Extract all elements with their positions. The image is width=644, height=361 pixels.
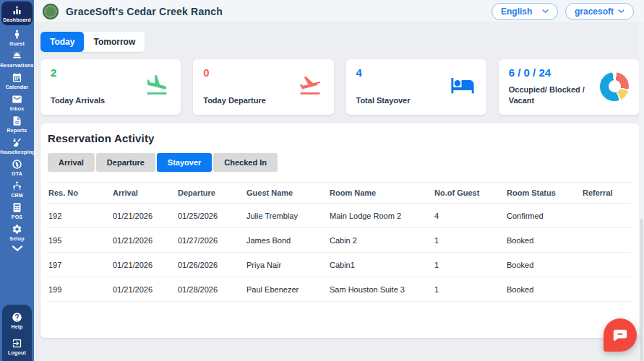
stat-value: 2 — [51, 66, 105, 79]
table-row[interactable]: 19201/21/202601/25/2026Julie TremblayMai… — [48, 204, 632, 228]
sidebar-item-label: Housekeeping — [0, 149, 35, 155]
stat-card-today-departure[interactable]: 0Today Departure — [193, 59, 333, 115]
table-row[interactable]: 19501/21/202601/27/2026James BondCabin 2… — [48, 228, 632, 253]
stat-label: Total Stayover — [356, 95, 411, 106]
sidebar-item-setup[interactable]: Setup — [0, 222, 34, 243]
sidebar-item-reports[interactable]: Reports — [0, 113, 34, 135]
sidebar-item-guest[interactable]: Guest — [0, 27, 34, 48]
bed-icon — [449, 73, 476, 97]
sidebar-item-pos[interactable]: POS — [0, 200, 34, 222]
stat-label: Today Arrivals — [51, 95, 105, 106]
sidebar-item-logout[interactable]: Logout — [2, 336, 32, 357]
table-cell: Sam Houston Suite 3 — [329, 285, 434, 294]
table-cell: 4 — [434, 212, 506, 220]
language-value: English — [501, 6, 532, 17]
housekeeping-icon — [12, 137, 22, 148]
table-cell: 01/21/2026 — [112, 285, 177, 294]
chat-bubble-icon — [612, 327, 628, 343]
sidebar-item-label: Inbox — [10, 106, 25, 111]
table-cell: 01/27/2026 — [177, 236, 246, 245]
table-cell: 197 — [48, 261, 112, 269]
sidebar-nav: DashboardGuestReservationsCalendarInboxR… — [0, 0, 34, 243]
reports-icon — [12, 116, 22, 126]
chevron-down-icon — [12, 245, 23, 252]
ota-icon — [12, 159, 22, 170]
plane-takeoff-icon — [296, 73, 324, 97]
table-row[interactable]: 19701/21/202601/26/2026Priya NairCabin11… — [48, 253, 632, 277]
donut-chart-icon — [600, 72, 629, 101]
user-menu[interactable]: gracesoft — [565, 3, 634, 20]
column-header: Arrival — [112, 188, 177, 197]
reservations-icon — [12, 51, 22, 61]
table-cell: 01/21/2026 — [112, 261, 177, 269]
plane-takeoff-icon — [296, 73, 324, 100]
sidebar-item-label: Setup — [9, 236, 24, 241]
column-header: Res. No — [48, 188, 112, 197]
table-cell: 1 — [434, 261, 506, 269]
sidebar: DashboardGuestReservationsCalendarInboxR… — [0, 0, 34, 361]
filter-checked-in[interactable]: Checked In — [213, 153, 278, 172]
table-row[interactable]: 19901/21/202601/28/2026Paul EbenezerSam … — [48, 277, 632, 302]
plane-landing-icon — [143, 73, 171, 100]
table-cell: Paul Ebenezer — [246, 285, 329, 294]
column-header: Guest Name — [246, 188, 329, 197]
table-cell: 1 — [434, 285, 506, 294]
sidebar-item-label: POS — [12, 214, 22, 219]
stat-card-occupied-blocked-vacant[interactable]: 6 / 0 / 24Occupied/ Blocked / Vacant — [499, 59, 639, 115]
stat-value: 0 — [203, 66, 266, 79]
filter-stayover[interactable]: Stayover — [157, 153, 212, 172]
stat-value: 4 — [356, 66, 411, 79]
table-cell: Priya Nair — [246, 261, 329, 269]
stat-value: 6 / 0 / 24 — [509, 66, 594, 79]
language-select[interactable]: English — [491, 3, 558, 20]
sidebar-item-label: Help — [12, 324, 23, 329]
chat-button[interactable] — [604, 318, 637, 352]
sidebar-item-label: CRM — [11, 193, 23, 198]
panel-title: Reservation Activity — [48, 132, 632, 144]
sidebar-item-inbox[interactable]: Inbox — [0, 92, 34, 113]
filter-departure[interactable]: Departure — [96, 153, 155, 172]
sidebar-item-ota[interactable]: OTA — [0, 157, 34, 178]
filter-arrival[interactable]: Arrival — [48, 153, 95, 172]
table-cell: Julie Tremblay — [246, 212, 329, 220]
top-header: GraceSoft's Cedar Creek Ranch English gr… — [34, 0, 644, 23]
sidebar-item-dashboard[interactable]: Dashboard — [1, 1, 33, 25]
table-cell: Cabin1 — [329, 261, 434, 269]
sidebar-item-reservations[interactable]: Reservations — [0, 48, 34, 70]
column-header: Room Name — [329, 188, 434, 197]
sidebar-collapse-arrow[interactable] — [27, 10, 32, 17]
scrollbar-thumb[interactable] — [640, 219, 643, 361]
stats-row: 2Today Arrivals0Today Departure4Total St… — [40, 59, 639, 115]
table-cell: Cabin 2 — [329, 236, 434, 245]
stat-label: Occupied/ Blocked / Vacant — [509, 84, 594, 106]
sidebar-item-label: Reservations — [0, 63, 33, 68]
reservations-table: Res. NoArrivalDepartureGuest NameRoom Na… — [48, 182, 632, 302]
table-cell: 01/28/2026 — [177, 285, 246, 294]
sidebar-item-calendar[interactable]: Calendar — [0, 70, 34, 92]
sidebar-item-label: Calendar — [6, 84, 29, 90]
tab-today[interactable]: Today — [40, 32, 84, 52]
column-header: No.of Guest — [434, 188, 506, 197]
stat-card-total-stayover[interactable]: 4Total Stayover — [346, 59, 486, 115]
table-cell: 199 — [48, 285, 112, 294]
activity-filters: ArrivalDepartureStayoverChecked In — [48, 153, 632, 172]
logout-icon — [12, 338, 22, 349]
sidebar-expand-chevron[interactable] — [0, 243, 34, 255]
sidebar-item-crm[interactable]: CRM — [0, 178, 34, 200]
table-cell: 01/25/2026 — [177, 212, 246, 220]
page-scrollbar[interactable] — [639, 23, 644, 361]
sidebar-item-help[interactable]: Help — [2, 310, 32, 331]
sidebar-item-housekeeping[interactable]: Housekeeping — [0, 135, 34, 157]
main-content: TodayTomorrow 2Today Arrivals0Today Depa… — [34, 23, 639, 361]
tab-tomorrow[interactable]: Tomorrow — [84, 32, 145, 52]
table-cell: 01/21/2026 — [112, 236, 177, 245]
sidebar-item-label: Guest — [9, 41, 25, 46]
table-cell: Booked — [506, 236, 582, 245]
table-cell: Booked — [506, 261, 582, 269]
table-cell: 01/21/2026 — [112, 212, 177, 220]
column-header: Referral — [582, 188, 632, 197]
stat-card-today-arrivals[interactable]: 2Today Arrivals — [40, 59, 181, 115]
dashboard-icon — [12, 5, 22, 16]
table-cell: Booked — [506, 285, 582, 294]
hotel-logo — [43, 4, 59, 19]
